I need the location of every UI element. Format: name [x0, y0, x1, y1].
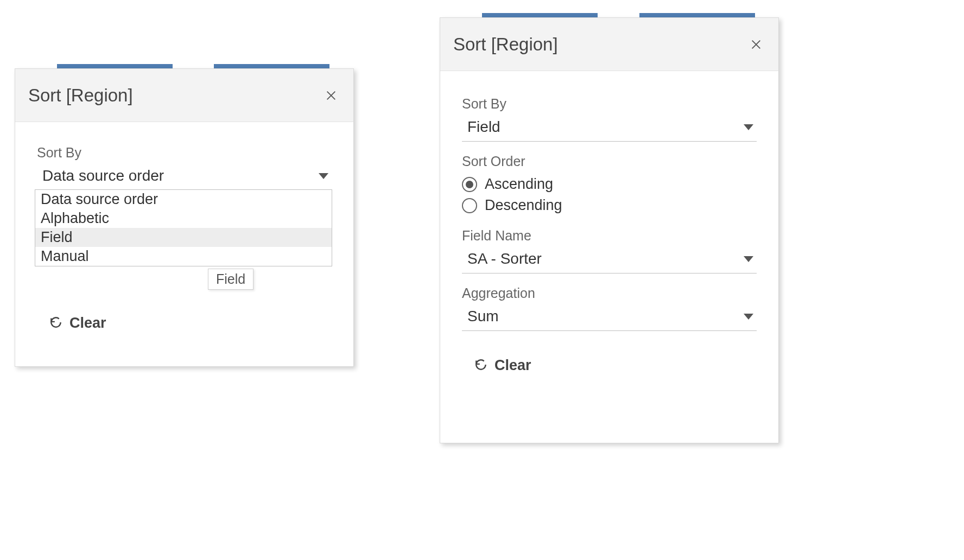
close-icon: [750, 39, 762, 50]
sort-by-dropdown: Data source order Alphabetic Field Manua…: [35, 189, 332, 266]
dialog-title: Sort [Region]: [28, 85, 133, 106]
sort-by-select[interactable]: Field: [462, 115, 757, 142]
dropdown-tooltip: Field: [208, 269, 253, 290]
field-name-label: Field Name: [462, 228, 757, 244]
close-icon: [325, 90, 337, 101]
radio-label: Ascending: [485, 176, 553, 193]
clear-button[interactable]: Clear: [49, 315, 332, 332]
sort-by-value: Data source order: [42, 167, 164, 184]
radio-ascending[interactable]: Ascending: [462, 174, 757, 195]
field-name-value: SA - Sorter: [467, 250, 542, 268]
aggregation-select[interactable]: Sum: [462, 304, 757, 331]
dialog-title: Sort [Region]: [453, 34, 558, 55]
dropdown-option-alphabetic[interactable]: Alphabetic: [35, 209, 332, 228]
radio-descending[interactable]: Descending: [462, 195, 757, 216]
sort-by-value: Field: [467, 118, 500, 136]
clear-label: Clear: [494, 357, 531, 374]
dialog-header: Sort [Region]: [15, 69, 353, 122]
clear-button[interactable]: Clear: [474, 357, 757, 374]
sort-order-group: Ascending Descending: [462, 174, 757, 216]
dialog-header: Sort [Region]: [440, 18, 778, 71]
field-name-select[interactable]: SA - Sorter: [462, 247, 757, 273]
sort-dialog-right: Sort [Region] Sort By Field Sort Order A…: [440, 17, 779, 443]
reset-icon: [474, 358, 488, 374]
chevron-down-icon: [744, 124, 753, 130]
sort-by-label: Sort By: [37, 145, 332, 161]
dialog-body: Sort By Field Sort Order Ascending Desce…: [440, 71, 778, 389]
sort-by-label: Sort By: [462, 96, 757, 112]
chevron-down-icon: [319, 173, 328, 179]
radio-label: Descending: [485, 197, 562, 214]
chevron-down-icon: [744, 314, 753, 320]
dialog-body: Sort By Data source order Data source or…: [15, 122, 353, 337]
dropdown-option-field[interactable]: Field: [35, 228, 332, 247]
reset-icon: [49, 315, 63, 332]
close-button[interactable]: [747, 35, 765, 54]
aggregation-label: Aggregation: [462, 285, 757, 301]
dropdown-option-data-source-order[interactable]: Data source order: [35, 190, 332, 209]
dropdown-option-manual[interactable]: Manual: [35, 247, 332, 266]
close-button[interactable]: [322, 86, 340, 105]
radio-icon: [462, 177, 477, 192]
sort-dialog-left: Sort [Region] Sort By Data source order …: [15, 68, 354, 367]
chevron-down-icon: [744, 256, 753, 262]
clear-label: Clear: [69, 315, 106, 332]
sort-order-label: Sort Order: [462, 154, 757, 169]
radio-icon: [462, 198, 477, 213]
aggregation-value: Sum: [467, 308, 499, 325]
sort-by-select[interactable]: Data source order: [37, 164, 332, 190]
